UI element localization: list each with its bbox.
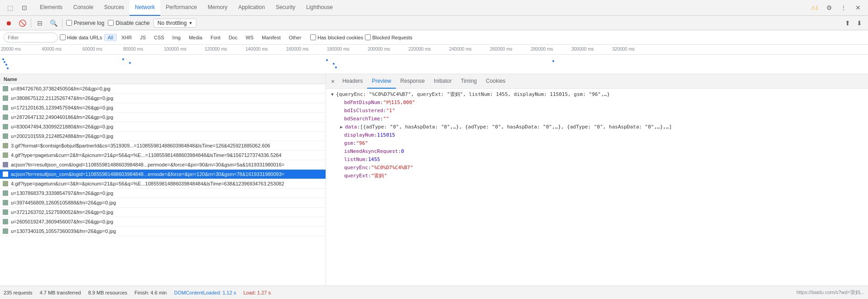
- json-val-listNum: 1455: [368, 156, 380, 164]
- main-area: Name u=894726760,3738245050&fm=26&gp=0.j…: [0, 74, 868, 285]
- finish-time: Finish: 4.6 min: [134, 290, 167, 295]
- request-row[interactable]: u=3721263702,1527590052&fm=26&gp=0.jpg: [0, 208, 326, 217]
- load-time[interactable]: Load: 1.27 s: [243, 290, 271, 295]
- hide-data-urls-label[interactable]: Hide data URLs: [60, 34, 102, 40]
- blocked-requests-label[interactable]: Blocked Requests: [365, 34, 412, 40]
- warning-badge[interactable]: ⚠ 1: [808, 1, 821, 14]
- request-row[interactable]: u=3974456809,12605105888&fm=26&gp=0.jpg: [0, 198, 326, 208]
- filter-css[interactable]: CSS: [150, 34, 168, 41]
- disable-cache-checkbox[interactable]: [108, 20, 114, 26]
- timeline-content[interactable]: [0, 55, 868, 74]
- tab-network[interactable]: Network: [129, 0, 160, 16]
- timeline-dot: [2, 58, 4, 60]
- request-name: u=3974456809,12605105888&fm=26&gp=0.jpg: [11, 200, 326, 205]
- filter-doc[interactable]: Doc: [225, 34, 241, 41]
- requests-list[interactable]: u=894726760,3738245050&fm=26&gp=0.jpg u=…: [0, 84, 326, 285]
- request-row[interactable]: u=1307868379,3339854797&fm=26&gp=0.jpg: [0, 189, 326, 198]
- close-detail-button[interactable]: ×: [328, 76, 338, 86]
- clear-button[interactable]: 🚫: [17, 18, 27, 28]
- filter-font[interactable]: Font: [207, 34, 224, 41]
- hide-data-urls-checkbox[interactable]: [60, 34, 66, 40]
- json-expand-data[interactable]: ▶: [339, 123, 344, 131]
- request-row[interactable]: u=830047494,33099221880&fm=26&gp=0.jpg: [0, 122, 326, 132]
- filter-all[interactable]: All: [104, 34, 117, 41]
- json-key-displayNum: displayNum: [344, 131, 374, 139]
- throttle-dropdown-icon: ▼: [188, 21, 192, 25]
- inspect-icon[interactable]: ⬚: [4, 1, 16, 14]
- filter-icon-button[interactable]: ⊟: [35, 18, 45, 28]
- settings-icon[interactable]: ⚙: [823, 1, 835, 14]
- disable-cache-label[interactable]: Disable cache: [108, 20, 149, 26]
- has-blocked-cookies-label[interactable]: Has blocked cookies: [310, 34, 363, 40]
- tab-elements[interactable]: Elements: [34, 0, 68, 16]
- tick-0: 20000 ms: [0, 47, 41, 54]
- close-devtools-icon[interactable]: ✕: [852, 1, 864, 14]
- search-button[interactable]: 🔍: [48, 18, 58, 28]
- json-line-data[interactable]: ▶ data : [{adType: "0", hasAspData: "0",…: [330, 123, 864, 131]
- json-viewer[interactable]: ▼ {queryEnc: "%C0%D7%C4%B7", queryExt: "…: [326, 89, 868, 285]
- tick-4: 100000 ms: [163, 47, 204, 54]
- request-name: 4.gif?type=pageturn&curr=2&fr=&picnum=21…: [11, 152, 326, 158]
- more-options-icon[interactable]: ⋮: [837, 1, 850, 14]
- export-button[interactable]: ⬇: [854, 18, 864, 28]
- request-row[interactable]: u=3808675122,2112526747&fm=26&gp=0.jpg: [0, 94, 326, 103]
- filter-ws[interactable]: WS: [242, 34, 257, 41]
- request-row[interactable]: u=2002101559,2124852488&fm=26&gp=0.jpg: [0, 132, 326, 141]
- json-line-queryExt: queryExt : "雷妈": [330, 172, 864, 180]
- detail-tab-response[interactable]: Response: [396, 74, 429, 89]
- record-button[interactable]: ⏺: [4, 18, 14, 28]
- request-row[interactable]: 4.gif?type=pageturn&curr=2&fr=&picnum=21…: [0, 151, 326, 160]
- preserve-log-checkbox[interactable]: [66, 20, 72, 26]
- import-button[interactable]: ⬆: [843, 18, 853, 28]
- detail-tab-timing[interactable]: Timing: [456, 74, 481, 89]
- request-row[interactable]: acjson?tn=resultjson_com&logid=110855981…: [0, 160, 326, 170]
- filter-js[interactable]: JS: [136, 34, 149, 41]
- request-name: 4.gif?type=pageturn&curr=3&fr=&picnum=21…: [11, 181, 326, 186]
- request-row[interactable]: u=1307340105,10557360039&fm=26&gp=0.jpg: [0, 227, 326, 236]
- request-row[interactable]: 4.gif?type=pageturn&curr=3&fr=&picnum=21…: [0, 179, 326, 189]
- request-row[interactable]: u=894726760,3738245050&fm=26&gp=0.jpg: [0, 84, 326, 94]
- throttle-select[interactable]: No throttling ▼: [153, 19, 197, 28]
- status-bar: 235 requests 4.7 MB transferred 8.9 MB r…: [0, 285, 868, 299]
- detail-panel: × Headers Preview Response Initiator Tim…: [326, 74, 868, 285]
- json-root-line[interactable]: ▼ {queryEnc: "%C0%D7%C4%B7", queryExt: "…: [330, 90, 864, 99]
- detail-tab-headers[interactable]: Headers: [338, 74, 367, 89]
- request-row[interactable]: u=2605019247,3609456007&fm=26&gp=0.jpg: [0, 217, 326, 227]
- tab-memory[interactable]: Memory: [202, 0, 233, 16]
- dom-content-loaded[interactable]: DOMContentLoaded: 1.12 s: [174, 290, 236, 295]
- json-line-gsm: gsm : "96": [330, 139, 864, 147]
- filter-img[interactable]: Img: [169, 34, 184, 41]
- filter-types: All XHR JS CSS Img Media Font Doc WS Man…: [104, 34, 305, 41]
- detail-tab-initiator[interactable]: Initiator: [429, 74, 456, 89]
- tab-lighthouse[interactable]: Lighthouse: [301, 0, 338, 16]
- request-row-selected[interactable]: acjson?tn=resultjson_com&logid=110855981…: [0, 170, 326, 179]
- request-name: u=3808675122,2112526747&fm=26&gp=0.jpg: [11, 95, 326, 101]
- has-blocked-cookies-checkbox[interactable]: [310, 34, 316, 40]
- filter-xhr[interactable]: XHR: [118, 34, 135, 41]
- json-expand-root[interactable]: ▼: [330, 90, 335, 99]
- filter-manifest[interactable]: Manifest: [258, 34, 284, 41]
- request-name: u=830047494,33099221880&fm=26&gp=0.jpg: [11, 124, 326, 129]
- filter-input[interactable]: [4, 33, 58, 43]
- request-row[interactable]: 3.gif?format=$contsign$objurl$partnerId&…: [0, 141, 326, 151]
- json-val-isNeedAsync: 0: [401, 147, 404, 156]
- request-row[interactable]: u=2872647132,2490460186&fm=26&gp=0.jpg: [0, 113, 326, 122]
- json-val-bdIsClustered: "1": [386, 107, 395, 115]
- tab-performance[interactable]: Performance: [160, 0, 202, 16]
- filter-media[interactable]: Media: [185, 34, 206, 41]
- detail-tab-preview[interactable]: Preview: [367, 74, 396, 89]
- request-name: acjson?tn=resultjson_com&logid=110855981…: [11, 162, 326, 167]
- preserve-log-label[interactable]: Preserve log: [66, 20, 104, 26]
- timeline-dot: [4, 61, 5, 63]
- tab-application[interactable]: Application: [233, 0, 270, 16]
- tab-sources[interactable]: Sources: [99, 0, 129, 16]
- json-val-queryEnc: "%C0%D7%C4%B7": [371, 164, 413, 172]
- detail-tab-cookies[interactable]: Cookies: [481, 74, 510, 89]
- device-icon[interactable]: ⊡: [18, 1, 31, 14]
- tab-console[interactable]: Console: [68, 0, 99, 16]
- request-type-icon: [2, 104, 9, 111]
- request-row[interactable]: u=1721201635,1239457594&fm=26&gp=0.jpg: [0, 103, 326, 113]
- tab-security[interactable]: Security: [270, 0, 301, 16]
- blocked-requests-checkbox[interactable]: [365, 34, 371, 40]
- filter-other[interactable]: Other: [285, 34, 305, 41]
